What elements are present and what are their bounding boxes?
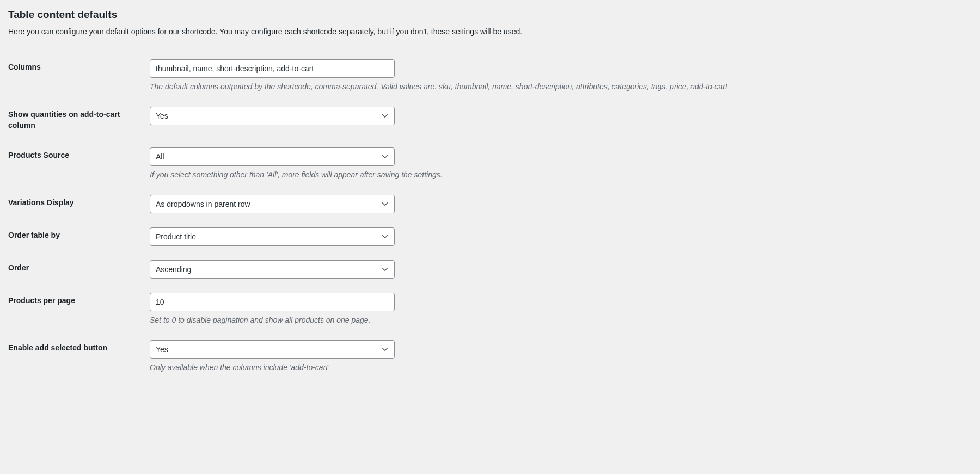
products-source-select[interactable]: All <box>150 147 395 166</box>
show-quantities-select[interactable]: Yes <box>150 107 395 125</box>
products-per-page-input[interactable] <box>150 293 395 311</box>
section-title: Table content defaults <box>8 9 972 21</box>
order-by-label: Order table by <box>8 220 150 253</box>
variations-display-label: Variations Display <box>8 188 150 220</box>
order-label: Order <box>8 253 150 286</box>
columns-input[interactable] <box>150 59 395 78</box>
enable-add-selected-select[interactable]: Yes <box>150 340 395 359</box>
products-source-help: If you select something other than 'All'… <box>150 169 966 181</box>
products-per-page-help: Set to 0 to disable pagination and show … <box>150 315 966 326</box>
columns-help: The default columns outputted by the sho… <box>150 81 966 93</box>
section-description: Here you can configure your default opti… <box>8 27 972 36</box>
order-by-select[interactable]: Product title <box>150 227 395 246</box>
settings-form-table: Columns The default columns outputted by… <box>8 52 972 380</box>
enable-add-selected-help: Only available when the columns include … <box>150 362 966 373</box>
enable-add-selected-label: Enable add selected button <box>8 333 150 380</box>
show-quantities-label: Show quantities on add-to-cart column <box>8 100 150 140</box>
variations-display-select[interactable]: As dropdowns in parent row <box>150 195 395 213</box>
columns-label: Columns <box>8 52 150 100</box>
order-select[interactable]: Ascending <box>150 260 395 279</box>
products-source-label: Products Source <box>8 140 150 188</box>
products-per-page-label: Products per page <box>8 286 150 333</box>
